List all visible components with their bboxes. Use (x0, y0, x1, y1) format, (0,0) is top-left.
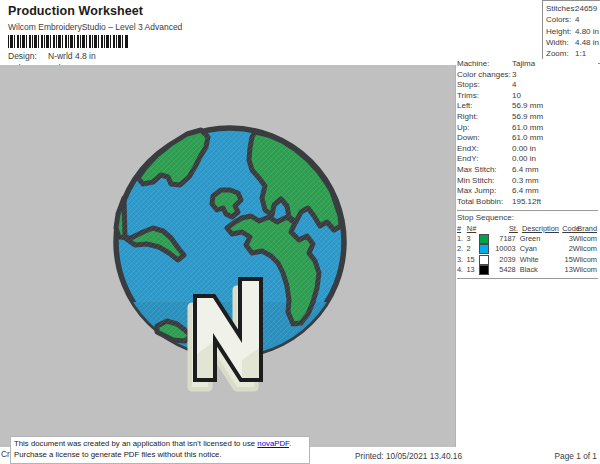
row-num: 2. (457, 244, 466, 254)
info-value: 3 (512, 70, 516, 81)
stats-row: Width:4.48 in (546, 37, 600, 48)
info-value: 56.9 mm (512, 101, 543, 112)
row-n: 3 (466, 234, 478, 244)
info-row: Right:56.9 mm (457, 112, 598, 123)
design-name: N-wrld 4.8 in (48, 51, 96, 61)
machine-info-panel: Machine:Tajima Color changes:3 Stops:4 T… (457, 59, 598, 281)
info-row: EndY:0.00 in (457, 154, 598, 165)
info-row: Down:61.0 mm (457, 133, 598, 144)
row-code: 15 (559, 255, 573, 265)
info-row: Machine:Tajima (457, 59, 598, 70)
row-description: White (518, 255, 559, 265)
row-description: Cyan (518, 244, 559, 254)
info-row: Left:56.9 mm (457, 101, 598, 112)
design-barcode-icon (8, 35, 128, 48)
row-brand: Wilcom (573, 265, 598, 275)
thread-color-swatch (479, 265, 489, 275)
row-code: 2 (559, 244, 573, 254)
info-label: Stops: (457, 80, 512, 91)
info-row: EndX:0.00 in (457, 144, 598, 155)
stat-label: Stitches: (546, 3, 575, 14)
info-label: Down: (457, 133, 512, 144)
stat-label: Colors: (546, 14, 575, 25)
info-value: 4 (512, 80, 516, 91)
divider (457, 210, 598, 211)
col-n: N# (467, 224, 480, 234)
production-worksheet-page: Production Worksheet Wilcom EmbroiderySt… (0, 0, 600, 464)
table-row: 4. 13 5428 Black 13 Wilcom (457, 265, 598, 275)
row-brand: Wilcom (573, 234, 598, 244)
info-value: 6.4 mm (512, 186, 539, 197)
pdf-license-notice: This document was created by an applicat… (10, 436, 310, 464)
info-row: Total Bobbin:195.12ft (457, 197, 598, 208)
table-row: 3. 15 2039 White 15 Wilcom (457, 255, 598, 265)
info-value: 61.0 mm (512, 123, 543, 134)
row-brand: Wilcom (573, 244, 598, 254)
info-label: EndY: (457, 154, 512, 165)
page-number: Page 1 of 1 (555, 451, 597, 461)
info-label: Right: (457, 112, 512, 123)
table-row: 1. 3 7187 Green 3 Wilcom (457, 234, 598, 244)
info-label: Left: (457, 101, 512, 112)
info-label: Max Stitch: (457, 165, 512, 176)
info-row: Stops:4 (457, 80, 598, 91)
row-description: Black (518, 265, 559, 275)
row-stitches: 10003 (491, 244, 518, 254)
stats-row: Height:4.80 in (546, 26, 600, 37)
info-value: 61.0 mm (512, 133, 543, 144)
info-row: Color changes:3 (457, 70, 598, 81)
row-num: 3. (457, 255, 466, 265)
thread-color-swatch (479, 244, 489, 254)
info-value: 10 (512, 91, 521, 102)
info-value: 6.4 mm (512, 165, 539, 176)
stop-sequence-table-header: # N# St. Description Code Brand (457, 224, 598, 234)
info-value: 0.00 in (512, 154, 536, 165)
printed-timestamp: Printed: 10/05/2021 13.40.16 (355, 451, 462, 461)
clipped-created-text: Created (1, 449, 10, 459)
row-stitches: 5428 (491, 265, 518, 275)
row-code: 13 (559, 265, 573, 275)
col-code: Code (562, 224, 577, 234)
stats-row: Colors:4 (546, 14, 600, 25)
info-row: Up:61.0 mm (457, 123, 598, 134)
col-num: # (457, 224, 467, 234)
info-row: Trims:10 (457, 91, 598, 102)
info-label: Total Bobbin: (457, 197, 512, 208)
novapdf-link[interactable]: novaPDF (257, 439, 289, 448)
info-row: Max Jump:6.4 mm (457, 186, 598, 197)
info-label: Min Stitch: (457, 176, 512, 187)
row-stitches: 7187 (491, 234, 518, 244)
stat-value: 24659 (575, 3, 597, 14)
divider (457, 278, 598, 279)
table-row: 2. 2 10003 Cyan 2 Wilcom (457, 244, 598, 254)
notice-line1: This document was created by an applicat… (14, 439, 257, 448)
row-code: 3 (559, 234, 573, 244)
row-brand: Wilcom (573, 255, 598, 265)
info-label: Up: (457, 123, 512, 134)
info-label: Trims: (457, 91, 512, 102)
app-subtitle: Wilcom EmbroideryStudio – Level 3 Advanc… (8, 22, 428, 32)
stat-value: 1:1 (575, 48, 586, 59)
stop-sequence-title: Stop Sequence: (457, 213, 598, 224)
design-stats-box: Stitches:24659 Colors:4 Height:4.80 in W… (542, 0, 600, 64)
stats-row: Stitches:24659 (546, 3, 600, 14)
info-value: 0.00 in (512, 144, 536, 155)
col-st: St. (492, 224, 520, 234)
info-label: EndX: (457, 144, 512, 155)
row-n: 15 (466, 255, 478, 265)
globe-n-artwork (105, 120, 370, 395)
thread-color-swatch (479, 255, 489, 265)
info-label: Color changes: (457, 70, 512, 81)
row-n: 13 (466, 265, 478, 275)
info-value: 56.9 mm (512, 112, 543, 123)
stat-label: Width: (546, 37, 575, 48)
info-value: 0.3 mm (512, 176, 539, 187)
stat-value: 4 (575, 14, 579, 25)
info-label: Max Jump: (457, 186, 512, 197)
worksheet-header: Production Worksheet Wilcom EmbroiderySt… (8, 4, 428, 73)
stat-label: Height: (546, 26, 575, 37)
stat-label: Zoom: (546, 48, 575, 59)
stat-value: 4.80 in (575, 26, 599, 37)
row-stitches: 2039 (491, 255, 518, 265)
row-num: 1. (457, 234, 466, 244)
